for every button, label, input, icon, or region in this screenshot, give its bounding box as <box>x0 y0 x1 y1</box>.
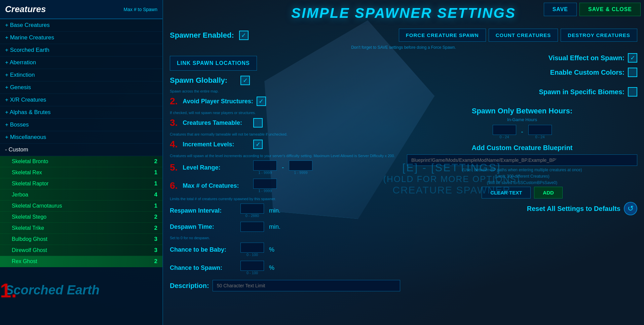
sidebar-item-scorched[interactable]: + Scorched Earth <box>0 44 162 57</box>
sidebar-item-base[interactable]: + Base Creatures <box>0 19 162 32</box>
hours-max-group: 24 0 - 24 <box>528 125 552 139</box>
tameable-label: Creatures Tameable: <box>183 119 250 127</box>
spawn-chance-label: Chance to Spawn: <box>170 264 237 272</box>
settings-area: Spawner Enabled: ✓ FORCE CREATURE SPAWN … <box>163 24 644 325</box>
list-item-selected[interactable]: Rex Ghost 2 <box>0 256 162 267</box>
level-range-max-group: 150 1 - 9999 <box>289 160 312 175</box>
level-range-min-input[interactable]: 1 <box>253 160 277 171</box>
save-close-button[interactable]: SAVE & CLOSE <box>579 3 641 16</box>
baby-row: Chance to be Baby: 0 0 - 100 % <box>170 243 400 257</box>
level-range-min-group: 1 1 - 9999 <box>253 160 277 175</box>
spawn-globally-checkbox[interactable]: ✓ <box>240 76 250 85</box>
spawn-biomes-row: Spawn in Specific Biomes: <box>407 87 637 97</box>
spawn-chance-row: Chance to Spawn: 100 0 - 100 % <box>170 261 400 275</box>
list-item[interactable]: Direwolf Ghost 3 <box>0 245 162 256</box>
increment-levels-checkbox[interactable]: ✓ <box>253 140 263 149</box>
baby-input[interactable]: 0 <box>240 243 264 253</box>
sidebar-title: Creatures <box>5 4 46 14</box>
list-item[interactable]: Skeletal Rex 1 <box>0 167 162 178</box>
save-button[interactable]: SAVE <box>544 3 577 16</box>
description-input[interactable] <box>213 280 400 291</box>
blueprint-hint2: (Limit: 300 different Creatures) <box>407 174 637 179</box>
spawn-hours-max-input[interactable]: 24 <box>528 125 552 135</box>
despawn-label: Despawn Time: <box>170 223 237 230</box>
hours-min-group: 0 0 - 24 <box>493 125 516 139</box>
respawn-limit: 0 - 2880 <box>245 214 259 218</box>
tameable-checkbox[interactable] <box>253 118 263 128</box>
blueprint-hint3: (Will be saved to SSCustomBPsSave0) <box>407 180 637 185</box>
spawn-hours-section: Spawn Only Between Hours: In-Game Hours … <box>407 107 637 139</box>
force-spawn-button[interactable]: FORCE CREATURE SPAWN <box>399 29 486 42</box>
tameable-row: 3. Creatures Tameable: <box>170 117 400 128</box>
level-range-label: Level Range: <box>183 164 250 171</box>
sidebar-item-custom[interactable]: - Custom <box>0 144 162 156</box>
sidebar-header: Creatures Max # to Spawn <box>0 0 162 19</box>
max-creatures-label: Max # of Creatures: <box>183 182 250 189</box>
step-number-badge: 1. <box>0 281 17 301</box>
spawn-chance-input-group: 100 0 - 100 <box>240 261 264 275</box>
sidebar-item-aberration[interactable]: + Aberration <box>0 57 162 69</box>
spawn-biomes-checkbox[interactable] <box>628 87 637 97</box>
respawn-input-group: 30 0 - 2880 <box>240 204 264 218</box>
sidebar-item-xr[interactable]: + X/R Creatures <box>0 94 162 106</box>
sidebar-col-label: Max # to Spawn <box>124 7 157 12</box>
list-item[interactable]: Skeletal Raptor 1 <box>0 178 162 189</box>
avoid-structures-row: 2. Avoid Player Structures: ✓ <box>170 96 400 107</box>
sidebar-item-bosses[interactable]: + Bosses <box>0 119 162 131</box>
respawn-row: Respawn Interval: 30 0 - 2880 min. <box>170 204 400 218</box>
selected-creature-label: Scorched Earth <box>5 283 100 297</box>
avoid-structures-label: Avoid Player Structures: <box>183 98 253 105</box>
level-range-max-input[interactable]: 150 <box>289 160 312 171</box>
max-creatures-input[interactable]: 30 <box>253 179 277 189</box>
sidebar-item-misc[interactable]: + Miscellaneous <box>0 131 162 144</box>
list-item[interactable]: Skeletal Bronto 2 <box>0 156 162 167</box>
visual-effect-checkbox[interactable]: ✓ <box>628 53 637 63</box>
destroy-creatures-button[interactable]: DESTROY CREATURES <box>561 29 637 42</box>
step5-label: 5. <box>170 162 178 173</box>
left-column: LINK SPAWN LOCATIONS Spawn Globally: ✓ S… <box>170 53 400 291</box>
spawn-hours-min-input[interactable]: 0 <box>493 125 516 135</box>
spawn-hours-max-limit: 0 - 24 <box>535 135 544 139</box>
step4-label: 4. <box>170 139 178 150</box>
spawn-hours-dash: - <box>521 129 523 136</box>
blueprint-input[interactable] <box>407 154 637 166</box>
list-item[interactable]: Skeletal Stego 2 <box>0 212 162 223</box>
spawn-hours-sublabel: In-Game Hours <box>407 117 637 122</box>
level-range-min-limit: 1 - 9999 <box>258 171 272 175</box>
blueprint-hint1: (Use ; between BP paths when entering mu… <box>407 168 637 172</box>
despawn-input[interactable]: 0 <box>240 222 264 232</box>
spawn-hours-min-limit: 0 - 24 <box>499 135 509 139</box>
link-spawn-button[interactable]: LINK SPAWN LOCATIONS <box>170 56 257 71</box>
spawn-chance-input[interactable]: 100 <box>240 261 264 271</box>
custom-colors-checkbox[interactable] <box>628 68 637 77</box>
force-spawn-hint: Don't forget to SAVE settings before doi… <box>170 45 637 50</box>
baby-unit: % <box>269 246 274 253</box>
respawn-input[interactable]: 30 <box>240 204 264 214</box>
level-range-dash: - <box>282 164 284 171</box>
spawn-hours-row: 0 0 - 24 - 24 0 - 24 <box>407 125 637 139</box>
avoid-structures-checkbox[interactable]: ✓ <box>257 97 266 106</box>
list-item[interactable]: Bulbdog Ghost 3 <box>0 234 162 245</box>
baby-label: Chance to be Baby: <box>170 246 237 253</box>
sidebar-item-marine[interactable]: + Marine Creatures <box>0 32 162 44</box>
spawn-globally-label: Spawn Globally: <box>170 76 237 85</box>
list-item[interactable]: Jerboa 4 <box>0 189 162 201</box>
max-creatures-row: 6. Max # of Creatures: 30 1 - 9999 <box>170 179 400 193</box>
blueprint-section: Add Custom Creature Blueprint (Use ; bet… <box>407 144 637 198</box>
increment-levels-hint: Creatures will spawn at the level increm… <box>170 154 400 158</box>
sidebar-item-extinction[interactable]: + Extinction <box>0 69 162 81</box>
max-creatures-hint: Limits the total # of creatures currentl… <box>170 197 400 201</box>
step6-label: 6. <box>170 180 178 191</box>
sidebar-item-alphas[interactable]: + Alphas & Brutes <box>0 106 162 119</box>
count-creatures-button[interactable]: COUNT CREATURES <box>489 29 558 42</box>
add-button[interactable]: ADD <box>534 187 563 198</box>
sidebar-item-genesis[interactable]: + Genesis <box>0 81 162 94</box>
description-row: Description: <box>170 280 400 291</box>
reset-button[interactable]: ↺ <box>624 202 637 215</box>
list-item[interactable]: Skeletal Carnotaurus 1 <box>0 201 162 212</box>
right-column: Visual Effect on Spawn: ✓ Enable Custom … <box>407 53 637 291</box>
list-item[interactable]: Skeletal Trike 2 <box>0 223 162 234</box>
spawner-enabled-checkbox[interactable]: ✓ <box>239 31 249 40</box>
clear-text-button[interactable]: Clear Text <box>482 187 531 198</box>
step2-label: 2. <box>170 96 178 107</box>
